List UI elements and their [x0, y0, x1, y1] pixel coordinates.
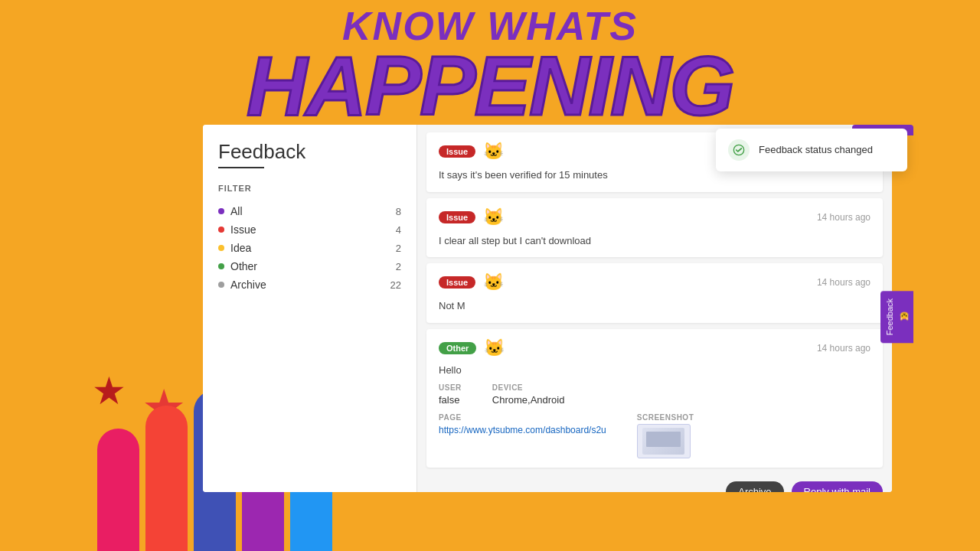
toast-check-icon [728, 139, 750, 161]
screenshot-label: SCREENSHOT [637, 413, 694, 422]
filter-dot-other [218, 263, 224, 269]
filter-item-other-left: Other [218, 260, 257, 272]
filter-item-all-left: All [218, 205, 243, 217]
page-url[interactable]: https://www.ytsubme.com/dashboard/s2u [439, 425, 606, 435]
card-greeting: Hello [439, 364, 871, 376]
content-area[interactable]: Issue 🐱 It says it's been verified for 1… [417, 125, 892, 492]
sidebar-title-underline [218, 167, 264, 168]
filter-count-issue: 4 [396, 224, 401, 236]
tag-other-4: Other [439, 342, 476, 354]
card-header-1-left: Issue 🐱 [439, 142, 504, 161]
card-body-3: Not M [439, 298, 871, 314]
feedback-card-2: Issue 🐱 14 hours ago I clear all step bu… [426, 198, 883, 258]
person-2 [145, 406, 188, 551]
page-label: PAGE [439, 413, 606, 422]
card-time-2: 14 hours ago [817, 212, 871, 223]
filter-item-idea-left: Idea [218, 242, 251, 254]
reply-with-mail-button[interactable]: Reply with mail [792, 481, 883, 493]
card-body-2: I clear all step but I can't download [439, 233, 871, 249]
filter-name-all: All [230, 205, 243, 217]
tag-issue-1: Issue [439, 145, 475, 158]
card-time-4: 14 hours ago [817, 343, 871, 354]
user-label: USER [439, 383, 462, 392]
filter-dot-all [218, 208, 224, 214]
toast-message: Feedback status changed [759, 143, 873, 157]
avatar-3: 🐱 [483, 272, 504, 292]
side-tab-icon: 🐱 [899, 312, 909, 322]
filter-label: FILTER [218, 184, 401, 193]
tag-issue-3: Issue [439, 276, 475, 289]
screenshot-inner [642, 428, 684, 455]
card-header-4-left: Other 🐱 [439, 338, 505, 358]
sidebar: Feedback FILTER All 8 Issue 4 Idea 2 [203, 125, 417, 492]
filter-count-other: 2 [396, 261, 401, 272]
filter-item-issue-left: Issue [218, 223, 256, 236]
card-actions: Archive Reply with mail [417, 474, 892, 493]
avatar-4: 🐱 [484, 338, 505, 358]
card-header-3: Issue 🐱 14 hours ago [439, 272, 871, 292]
person-1 [97, 429, 139, 551]
device-label: DEVICE [492, 383, 565, 392]
filter-item-all[interactable]: All 8 [218, 202, 401, 220]
meta-screenshot: SCREENSHOT [637, 413, 694, 458]
main-panel: Feedback FILTER All 8 Issue 4 Idea 2 [203, 125, 892, 492]
screenshot-thumbnail [637, 424, 691, 458]
header-banner: KNOW WHATS HAPPENING [0, 0, 980, 126]
filter-name-idea: Idea [230, 242, 251, 254]
card-header-2-left: Issue 🐱 [439, 207, 504, 227]
card-header-3-left: Issue 🐱 [439, 272, 504, 292]
filter-item-archive[interactable]: Archive 22 [218, 276, 401, 294]
card-time-3: 14 hours ago [817, 277, 871, 288]
meta-device: DEVICE Chrome,Android [492, 383, 565, 406]
filter-item-issue[interactable]: Issue 4 [218, 220, 401, 239]
filter-dot-idea [218, 245, 224, 251]
tag-issue-2: Issue [439, 211, 475, 223]
meta-page: PAGE https://www.ytsubme.com/dashboard/s… [439, 413, 606, 458]
filter-item-other[interactable]: Other 2 [218, 257, 401, 276]
filter-count-all: 8 [396, 206, 401, 217]
card-expanded-body-4: Hello USER false DEVICE Chrome,Android P… [439, 364, 871, 458]
filter-dot-issue [218, 227, 224, 233]
header-happening: HAPPENING [0, 46, 980, 126]
feedback-card-4: Other 🐱 14 hours ago Hello USER false DE… [426, 329, 883, 468]
filter-item-archive-left: Archive [218, 279, 266, 291]
filter-dot-archive [218, 282, 224, 288]
card-header-4: Other 🐱 14 hours ago [439, 338, 871, 358]
checkmark-icon [733, 144, 745, 156]
side-tab-label: Feedback [885, 298, 894, 335]
sidebar-title: Feedback [218, 140, 401, 164]
user-value: false [439, 394, 462, 406]
card-meta-row-2: PAGE https://www.ytsubme.com/dashboard/s… [439, 413, 871, 458]
filter-count-idea: 2 [396, 243, 401, 254]
meta-user: USER false [439, 383, 462, 406]
toast-notification: Feedback status changed [716, 129, 907, 171]
archive-button[interactable]: Archive [726, 481, 783, 493]
card-header-2: Issue 🐱 14 hours ago [439, 207, 871, 227]
side-feedback-tab[interactable]: Feedback 🐱 [880, 291, 913, 343]
filter-name-other: Other [230, 260, 257, 272]
filter-name-archive: Archive [230, 279, 266, 291]
device-value: Chrome,Android [492, 394, 565, 406]
card-meta-row-1: USER false DEVICE Chrome,Android [439, 383, 871, 406]
filter-count-archive: 22 [390, 279, 401, 291]
filter-item-idea[interactable]: Idea 2 [218, 239, 401, 257]
feedback-card-3: Issue 🐱 14 hours ago Not M [426, 263, 883, 323]
avatar-1: 🐱 [483, 142, 504, 161]
avatar-2: 🐱 [483, 207, 504, 227]
filter-name-issue: Issue [230, 223, 256, 236]
